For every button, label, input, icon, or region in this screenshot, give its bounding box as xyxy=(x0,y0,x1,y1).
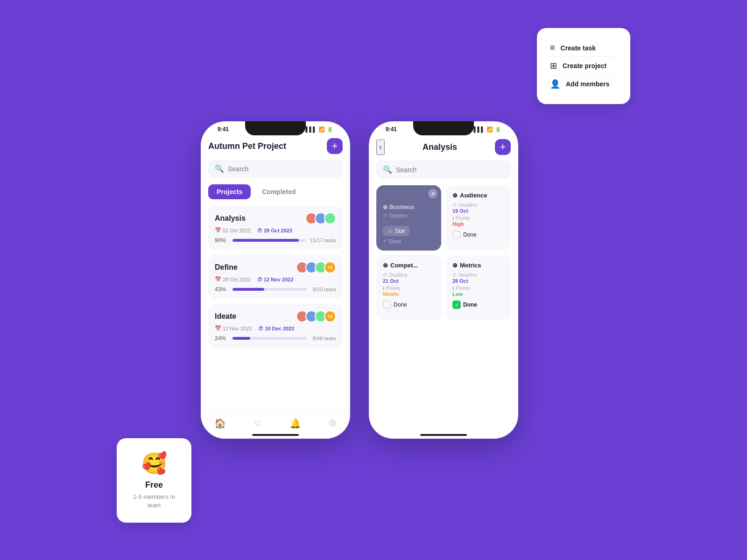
signal-icon: ▌▌▌ xyxy=(306,126,317,132)
calendar-icon: 📅 xyxy=(215,276,221,282)
avatar xyxy=(324,212,336,224)
phone2-notch xyxy=(413,121,474,135)
clock-icon: ⏱ xyxy=(383,213,388,218)
compet-icon: ⊕ xyxy=(383,262,388,269)
home-indicator xyxy=(252,434,299,436)
task-card-metrics[interactable]: ⊕ Metrics ⏱ Deadline 28 Oct ℹ Priority L… xyxy=(446,255,511,321)
deadline-value: 21 Oct xyxy=(383,278,435,284)
phone1-app-title: Autumn Pet Project xyxy=(208,141,286,151)
end-date: ⏱ 12 Nov 2022 xyxy=(257,277,294,282)
check-icon: ✓ xyxy=(383,238,387,244)
phone-analysis: 9:41 ▌▌▌ 📶 🔋 ‹ Analysis + 🔍 ✕ ⊕ Business xyxy=(369,121,518,439)
progress-bar-fill xyxy=(233,337,250,340)
nav-notification-icon[interactable]: 🔔 xyxy=(289,418,301,429)
done-label: Done xyxy=(463,301,477,308)
deadline-val-business: — xyxy=(383,218,407,224)
clock-icon: ⏱ xyxy=(452,273,457,278)
free-card-title: Free xyxy=(128,480,180,490)
progress-bar-wrap xyxy=(233,239,306,242)
priority-label: ℹ Priority xyxy=(383,286,435,291)
priority-item: ℹ Priority Middle xyxy=(383,286,435,297)
phone2-header: ‹ Analysis + xyxy=(376,134,511,161)
nav-chat-icon[interactable]: ☺ xyxy=(253,418,262,428)
star-button[interactable]: ☆ Star xyxy=(383,226,410,236)
wifi-icon: 📶 xyxy=(318,126,325,133)
task-card-compet[interactable]: ⊕ Compet... ⏱ Deadline 21 Oct ℹ Priority… xyxy=(376,255,441,321)
back-button[interactable]: ‹ xyxy=(376,140,385,155)
tab-completed[interactable]: Completed xyxy=(254,184,304,199)
done-checkbox-checked[interactable]: ✓ xyxy=(452,301,461,309)
nav-home-icon[interactable]: 🏠 xyxy=(214,418,226,429)
phone1-time: 9:41 xyxy=(218,126,229,133)
nav-settings-icon[interactable]: ⚙ xyxy=(328,418,337,429)
phone1-search-input[interactable] xyxy=(228,165,336,173)
phone1-search-bar[interactable]: 🔍 xyxy=(208,160,343,178)
priority-item: ℹ Priority Low xyxy=(452,286,504,297)
phone2-add-button[interactable]: + xyxy=(495,139,511,155)
deadline-label: ⏱ Deadline xyxy=(452,203,504,208)
tasks-count: 9/20 tasks xyxy=(310,287,336,292)
task-title-compet: ⊕ Compet... xyxy=(383,262,435,269)
business-icon: ⊕ Business xyxy=(383,204,414,210)
calendar-icon: 📅 xyxy=(215,227,221,233)
progress-row: 90% 15/17 tasks xyxy=(215,237,336,244)
progress-bar-wrap xyxy=(233,337,307,340)
project-avatars: +4 xyxy=(296,310,336,322)
progress-bar-fill xyxy=(233,288,264,291)
task-detail-row: ⏱ Deadline 21 Oct ℹ Priority Middle xyxy=(383,273,435,297)
done-row-business: ✓ Done xyxy=(383,238,401,244)
avatar-count: +4 xyxy=(324,261,336,273)
priority-icon: ℹ xyxy=(383,286,385,291)
deadline-value: 28 Oct xyxy=(452,278,504,284)
phone1-status-icons: ▌▌▌ 📶 🔋 xyxy=(306,126,333,133)
clock-icon: ⏱ xyxy=(452,203,457,208)
clock-icon: ⏱ xyxy=(258,326,263,331)
project-dates: 📅 29 Oct 2022 ⏱ 12 Nov 2022 xyxy=(215,276,336,282)
progress-bar-wrap xyxy=(233,288,307,291)
done-checkbox[interactable] xyxy=(383,301,391,309)
add-members-label: Add members xyxy=(566,80,609,88)
phone2-search-bar[interactable]: 🔍 xyxy=(376,161,511,179)
phone1-add-button[interactable]: + xyxy=(327,138,343,154)
done-label-business: Done xyxy=(389,238,401,244)
popup-create-task[interactable]: ≡ Create task xyxy=(550,39,617,57)
done-label: Done xyxy=(394,301,407,308)
project-card-analysis[interactable]: Analysis 📅 02 Oct 2022 ⏱ 28 Oct 2022 90%… xyxy=(208,206,343,250)
audience-icon: ⊕ xyxy=(452,192,458,199)
task-detail-row: ⏱ Deadline 19 Oct ℹ Priority High xyxy=(452,203,504,227)
deadline-label: ⏱ Deadline xyxy=(383,213,407,218)
tab-projects[interactable]: Projects xyxy=(208,184,251,199)
business-symbol: ⊕ xyxy=(383,204,388,210)
deadline-item: ⏱ Deadline 19 Oct xyxy=(452,203,504,214)
start-date: 📅 02 Oct 2022 xyxy=(215,227,251,233)
project-card-ideate[interactable]: Ideate +4 📅 13 Nov 2022 ⏱ 10 Dec 2022 24… xyxy=(208,304,343,348)
task-title-metrics: ⊕ Metrics xyxy=(452,262,504,269)
popup-create-project[interactable]: ⊞ Create project xyxy=(550,57,617,75)
progress-bar-fill xyxy=(233,239,299,242)
task-list-icon: ≡ xyxy=(550,43,555,53)
task-card-business[interactable]: ✕ ⊕ Business ⏱ Deadline — ☆ Star ✓ Done xyxy=(376,185,441,251)
done-label: Done xyxy=(463,231,477,238)
wifi-icon: 📶 xyxy=(486,126,493,133)
project-name: Ideate xyxy=(215,312,236,321)
free-card-subtitle: 1-5 members in team xyxy=(128,493,180,510)
progress-row: 43% 9/20 tasks xyxy=(215,286,336,293)
priority-item: ℹ Priority High xyxy=(452,216,504,227)
deadline-value: 19 Oct xyxy=(452,208,504,214)
battery-icon: 🔋 xyxy=(327,126,333,133)
project-dates: 📅 02 Oct 2022 ⏱ 28 Oct 2022 xyxy=(215,227,336,233)
project-name: Analysis xyxy=(215,214,246,223)
tasks-count: 8/48 tasks xyxy=(310,336,336,341)
phone2-search-input[interactable] xyxy=(396,166,504,174)
popup-add-members[interactable]: 👤 Add members xyxy=(550,75,617,93)
free-card-emoji: 🥰 xyxy=(128,451,180,476)
project-card-define[interactable]: Define +4 📅 29 Oct 2022 ⏱ 12 Nov 2022 43… xyxy=(208,255,343,299)
done-checkbox[interactable] xyxy=(452,231,461,239)
calendar-icon: 📅 xyxy=(215,325,221,331)
progress-percent: 24% xyxy=(215,335,229,342)
free-tier-card: 🥰 Free 1-5 members in team xyxy=(117,438,191,523)
clock-icon: ⏱ xyxy=(257,277,262,282)
close-button[interactable]: ✕ xyxy=(428,189,437,198)
phone2-search-icon: 🔍 xyxy=(383,165,392,174)
task-card-audience[interactable]: ⊕ Audience ⏱ Deadline 19 Oct ℹ Priority … xyxy=(446,185,511,251)
